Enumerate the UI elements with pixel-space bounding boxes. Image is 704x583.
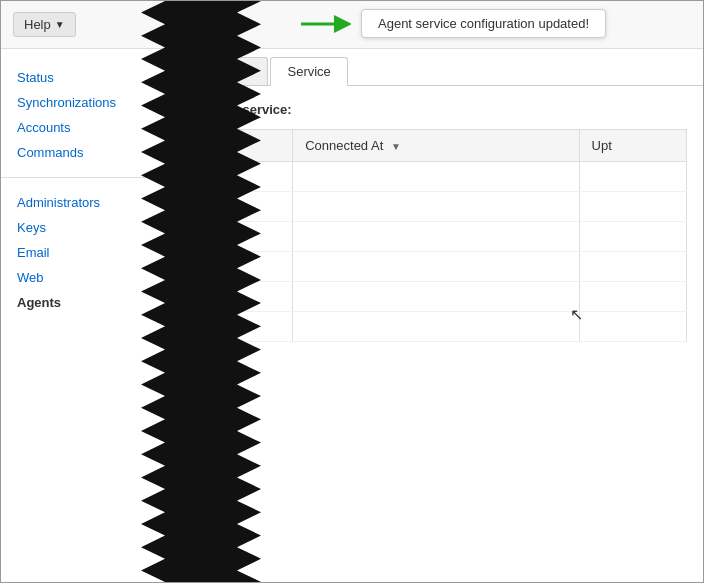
sidebar-section-2: Administrators Keys Email Web Agents <box>1 190 185 327</box>
table-header-row: ID Connected At ▼ Upt <box>203 130 687 162</box>
help-button[interactable]: Help ▼ <box>13 12 76 37</box>
content-area: Agents Service Agent service: ID Connect… <box>186 49 703 582</box>
notification-badge: Agent service configuration updated! <box>361 9 606 38</box>
section-title: Agent service: <box>202 102 687 117</box>
agents-table: ID Connected At ▼ Upt <box>202 129 687 342</box>
tabs-bar: Agents Service <box>186 49 703 86</box>
empty-row-1 <box>203 162 687 192</box>
cursor-icon: ↖ <box>570 305 583 324</box>
empty-row-4 <box>203 252 687 282</box>
empty-row-3 <box>203 222 687 252</box>
help-chevron-icon: ▼ <box>55 19 65 30</box>
col-connected-at: Connected At ▼ <box>293 130 579 162</box>
main-content: Status Synchronizations Accounts Command… <box>1 49 703 582</box>
empty-row-5 <box>203 282 687 312</box>
arrow-icon <box>301 12 351 36</box>
help-label: Help <box>24 17 51 32</box>
col-uptime: Upt <box>579 130 686 162</box>
table-body <box>203 162 687 342</box>
empty-row-2 <box>203 192 687 222</box>
top-bar: Help ▼ Agent service configuration updat… <box>1 1 703 49</box>
notification-area: Agent service configuration updated! <box>301 9 683 38</box>
sort-arrow-icon[interactable]: ▼ <box>391 141 401 152</box>
app-window: Help ▼ Agent service configuration updat… <box>0 0 704 583</box>
inner-content: Agent service: ID Connected At ▼ <box>186 86 703 582</box>
tab-service[interactable]: Service <box>270 57 347 86</box>
notification-message: Agent service configuration updated! <box>378 16 589 31</box>
empty-row-6 <box>203 312 687 342</box>
